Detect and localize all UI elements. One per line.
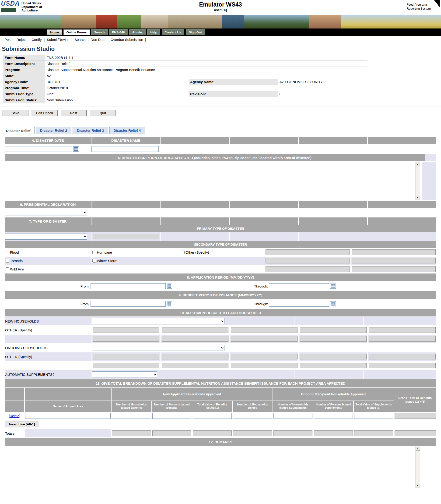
menu-reject[interactable]: Reject [16,38,27,42]
banner-photo [222,15,244,29]
empty-cell [225,317,294,325]
application-from-input[interactable] [91,283,166,289]
banner-photo [61,15,96,29]
menu-post[interactable]: Post [4,38,11,42]
benefit-from-input[interactable] [91,301,166,307]
menu-due-date[interactable]: Due Date [91,38,106,42]
ongoing-other-input-1 [93,354,159,359]
type-of-disaster-header: 7. TYPE OF DISASTER [5,218,91,225]
scroll-down-arrow[interactable]: ▼ [416,196,420,200]
banner-photo [168,15,222,29]
wild-fire-checkbox[interactable] [6,268,9,271]
scroll-down-arrow[interactable]: ▼ [416,484,420,488]
empty-header-cell [92,218,160,225]
new-households-row: NEW HOUSEHOLDS [5,317,436,325]
tab-disaster-relief-4[interactable]: Disaster Relief 4 [110,127,145,134]
total-value-benefits-input[interactable] [193,413,232,419]
remarks-textarea[interactable] [5,446,415,488]
primary-type-select[interactable] [5,234,87,240]
benefit-period-header: 9. BENEFIT PERIOD OF ISSUANCE (MM/DD/YYY… [5,291,436,299]
disaster-date-input[interactable] [5,146,72,152]
tab-disaster-relief-2[interactable]: Disaster Relief 2 [36,127,71,134]
new-households-select[interactable] [92,318,224,324]
scroll-up-arrow[interactable]: ▲ [416,446,420,451]
other-specify-checkbox[interactable] [181,251,185,254]
form-description-value: Disaster Relief [45,61,189,67]
automatic-supplements-select[interactable] [92,371,157,377]
application-from-calendar-button[interactable] [167,284,172,289]
nav-admin[interactable]: Admin. [129,29,146,35]
empty-header-cell [160,218,229,225]
benefit-through-calendar-button[interactable] [330,301,336,306]
households-issued-benefits-input[interactable] [112,413,151,419]
system-name: Food Programs Reporting System [407,3,431,11]
households-denied-input[interactable] [233,413,272,419]
submission-status-value: New Submission [45,97,189,103]
save-button[interactable]: Save [2,110,29,116]
form-action-menu: | Post | Reject | Certify | Submit/Revis… [0,36,441,43]
empty-cell [363,317,436,325]
nav-search[interactable]: Search [91,29,108,35]
presidential-declaration-select[interactable] [5,210,87,216]
calendar-icon [168,302,171,305]
tornado-checkbox[interactable] [6,259,9,263]
quit-button[interactable]: Quit [90,110,116,116]
nav-online-forms[interactable]: Online Forms [63,29,90,35]
application-through-input[interactable] [269,283,329,289]
nav-sign-out[interactable]: Sign Out [186,29,205,35]
hurricane-checkbox[interactable] [92,251,96,254]
area-description-textarea[interactable] [5,162,415,200]
disaster-date-calendar-button[interactable] [73,146,79,151]
empty-cell [180,265,264,273]
automatic-supplements-row: AUTOMATIC SUPPLEMENTS? [5,370,436,379]
ongoing-other-specify-row: OTHER (Specify) [5,353,436,361]
persons-issued-benefits-input[interactable] [152,413,191,419]
menu-search[interactable]: Search [74,38,86,42]
nav-help[interactable]: Help [147,29,160,35]
empty-header-cell [5,388,24,401]
benefit-from-calendar-button[interactable] [167,301,172,306]
winter-storm-checkbox[interactable] [92,259,96,263]
nav-contact-us[interactable]: Contact Us [162,29,184,35]
disaster-name-header: DISASTER NAME [92,137,160,144]
menu-overdue-submission[interactable]: Overdue Submission [110,38,143,42]
application-through-calendar-button[interactable] [330,284,336,289]
app-header: USDA United States Department of Agricul… [0,0,441,15]
benefit-through-input[interactable] [269,301,329,307]
persons-issued-supplements-input[interactable] [314,413,353,419]
delete-row-link[interactable]: [Delete] [9,414,20,418]
divider [0,106,441,106]
post-button[interactable]: Post [61,110,87,116]
scrollbar[interactable]: ▲ ▼ [415,446,420,488]
totals-grand-total [394,430,436,436]
breakdown-header: 11. GIVE TOTAL BREAKDOWN OF DISASTER SUP… [5,379,436,387]
empty-header-cell [5,401,24,412]
nav-home[interactable]: Home [47,29,62,35]
tab-disaster-relief-3[interactable]: Disaster Relief 3 [73,127,108,134]
project-area-row: [Delete] [5,412,436,420]
project-area-name-input[interactable] [25,413,110,419]
scroll-up-arrow[interactable]: ▲ [416,162,420,166]
disaster-date-header: 4. DISASTER DATE [5,137,91,144]
separator: | [14,38,15,42]
nav-fns-648[interactable]: FNS-648 [109,29,128,35]
households-issued-supplements-input[interactable] [273,413,313,419]
menu-submit-revise[interactable]: Submit/Revise [47,38,70,42]
disaster-name-input[interactable] [92,146,159,152]
menu-certify[interactable]: Certify [32,38,42,42]
flood-checkbox[interactable] [6,251,9,254]
edit-check-button[interactable]: Edit Check [32,110,58,116]
other-specify-input-4 [352,258,436,263]
total-value-supplements-input[interactable] [354,413,393,419]
scrollbar[interactable]: ▲ ▼ [415,162,420,200]
tab-disaster-relief[interactable]: Disaster Relief [2,127,34,134]
insert-line-button[interactable]: Insert Line [Alt-1] [5,421,39,427]
empty-cell [295,317,363,325]
empty-cell [92,265,180,273]
banner-photo [141,15,168,29]
col-households-issued-supplements: Number of Households Issued Supplements [273,401,313,412]
separator: | [1,38,2,42]
banner-photo [341,15,441,29]
totals-total-value-supplements [354,430,393,436]
ongoing-households-select[interactable] [92,345,224,351]
